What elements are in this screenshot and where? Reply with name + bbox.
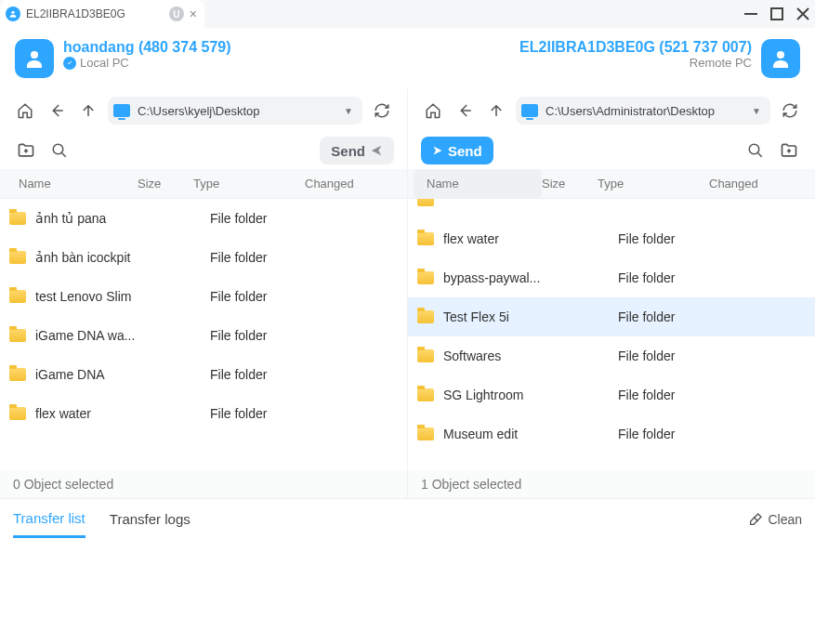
col-name[interactable]: Name: [9, 177, 138, 191]
back-icon[interactable]: [453, 99, 477, 123]
folder-icon: [9, 290, 26, 303]
up-icon[interactable]: [484, 99, 508, 123]
path-field[interactable]: C:\Users\kyelj\Desktop ▼: [108, 97, 362, 125]
table-row[interactable]: Museum editFile folder: [408, 414, 815, 453]
table-row[interactable]: bypass-paywal...File folder: [408, 258, 815, 297]
folder-icon: [9, 251, 26, 264]
table-row[interactable]: SoftwaresFile folder: [408, 336, 815, 375]
file-name: flex water: [35, 406, 154, 421]
table-header: Name Size Type Changed: [408, 169, 815, 199]
file-type: File folder: [618, 231, 730, 246]
folder-icon: [417, 349, 434, 362]
col-size[interactable]: Size: [138, 177, 193, 191]
table-row[interactable]: iGame DNA wa...File folder: [0, 316, 407, 355]
folder-icon: [9, 329, 26, 342]
remote-name: EL2IIBRA1D3BE0G (521 737 007): [519, 39, 752, 56]
clean-label: Clean: [768, 512, 802, 527]
file-type: File folder: [210, 406, 322, 421]
folder-icon: [9, 368, 26, 381]
tab-transfer-logs[interactable]: Transfer logs: [110, 502, 191, 536]
tab[interactable]: EL2IIBRA1D3BE0G U ×: [0, 0, 204, 28]
table-row[interactable]: ảnh tủ panaFile folder: [0, 199, 407, 238]
window-close-icon[interactable]: [796, 7, 809, 20]
send-label: Send: [331, 143, 365, 159]
close-icon[interactable]: ×: [190, 7, 197, 21]
transfer-bar: Transfer list Transfer logs Clean: [0, 498, 815, 539]
table-row[interactable]: Test Flex 5iFile folder: [408, 297, 815, 336]
file-type: File folder: [618, 309, 730, 324]
file-name: bypass-paywal...: [443, 270, 562, 285]
col-type[interactable]: Type: [598, 177, 709, 191]
table-header: Name Size Type Changed: [0, 169, 407, 199]
local-file-list[interactable]: ảnh tủ panaFile folderảnh bàn icockpitFi…: [0, 199, 407, 470]
avatar: [761, 39, 800, 78]
chevron-down-icon[interactable]: ▼: [340, 106, 357, 116]
tab-badge: U: [169, 7, 184, 21]
svg-point-5: [53, 144, 63, 154]
maximize-icon[interactable]: [770, 7, 783, 20]
table-row[interactable]: test Lenovo SlimFile folder: [0, 277, 407, 316]
verified-icon: [63, 57, 76, 70]
file-name: ảnh tủ pana: [35, 211, 154, 226]
new-folder-icon[interactable]: [776, 138, 802, 164]
file-type: File folder: [618, 348, 730, 363]
remote-path: C:\Users\Administrator\Desktop: [546, 104, 741, 118]
col-type[interactable]: Type: [193, 177, 305, 191]
home-icon[interactable]: [13, 99, 37, 123]
tab-transfer-list[interactable]: Transfer list: [13, 501, 85, 538]
file-name: Test Flex 5i: [443, 309, 562, 324]
file-type: File folder: [618, 270, 730, 285]
col-changed[interactable]: Changed: [709, 177, 815, 191]
send-arrow-icon: [370, 144, 383, 157]
local-path: C:\Users\kyelj\Desktop: [138, 104, 333, 118]
refresh-icon[interactable]: [370, 99, 394, 123]
file-name: iGame DNA: [35, 367, 154, 382]
search-icon[interactable]: [743, 138, 769, 164]
file-name: SG Lightroom: [443, 388, 562, 402]
col-name[interactable]: Name: [414, 169, 542, 198]
send-arrow-icon: [432, 145, 443, 156]
send-button[interactable]: Send: [421, 137, 493, 164]
table-row[interactable]: iGame DNAFile folder: [0, 355, 407, 394]
home-icon[interactable]: [421, 99, 445, 123]
file-name: ảnh bàn icockpit: [35, 250, 154, 265]
folder-icon: [417, 199, 434, 206]
col-changed[interactable]: Changed: [305, 177, 407, 191]
folder-icon: [417, 427, 434, 440]
monitor-icon: [521, 104, 538, 117]
svg-rect-2: [771, 8, 782, 20]
file-name: flex water: [443, 231, 562, 246]
new-folder-icon[interactable]: [13, 138, 39, 164]
chevron-down-icon[interactable]: ▼: [748, 106, 765, 116]
table-row[interactable]: flex waterFile folder: [0, 394, 407, 433]
clean-button[interactable]: Clean: [748, 512, 802, 527]
local-status: 0 Object selected: [0, 470, 407, 498]
titlebar: EL2IIBRA1D3BE0G U ×: [0, 0, 815, 28]
folder-icon: [9, 212, 26, 225]
table-row[interactable]: ảnh bàn icockpitFile folder: [0, 238, 407, 277]
file-name: test Lenovo Slim: [35, 289, 154, 304]
search-icon[interactable]: [46, 138, 72, 164]
send-button[interactable]: Send: [320, 137, 394, 164]
back-icon[interactable]: [45, 99, 69, 123]
table-row[interactable]: flex waterFile folder: [408, 219, 815, 258]
window-controls: [744, 0, 809, 28]
eraser-icon: [748, 512, 763, 527]
avatar: [15, 39, 54, 78]
refresh-icon[interactable]: [778, 99, 802, 123]
minimize-icon[interactable]: [744, 7, 757, 20]
folder-icon: [417, 232, 434, 245]
table-row[interactable]: SG LightroomFile folder: [408, 375, 815, 414]
up-icon[interactable]: [76, 99, 100, 123]
local-subtitle: Local PC: [80, 56, 129, 70]
table-row[interactable]: [408, 199, 815, 219]
col-size[interactable]: Size: [542, 177, 598, 191]
remote-file-list[interactable]: flex waterFile folderbypass-paywal...Fil…: [408, 199, 815, 470]
folder-icon: [9, 407, 26, 420]
remote-peer: EL2IIBRA1D3BE0G (521 737 007) Remote PC: [519, 39, 800, 78]
header: hoandang (480 374 579) Local PC EL2IIBRA…: [0, 28, 815, 89]
file-name: Softwares: [443, 348, 562, 363]
path-field[interactable]: C:\Users\Administrator\Desktop ▼: [516, 97, 770, 125]
file-name: iGame DNA wa...: [35, 328, 154, 343]
local-pane: C:\Users\kyelj\Desktop ▼ Send Name Size …: [0, 89, 407, 498]
